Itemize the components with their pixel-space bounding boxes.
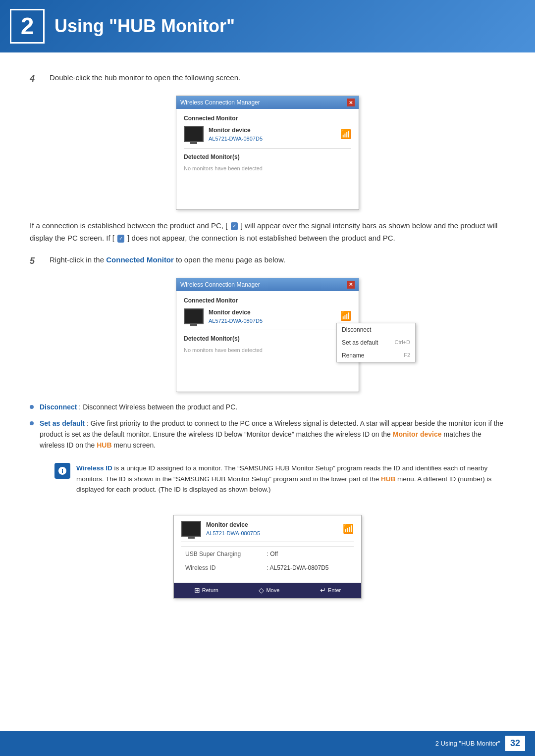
para1-text3: ] does not appear, the connection is not… bbox=[127, 234, 395, 242]
monitor-icon-2 bbox=[184, 308, 204, 324]
step-4: 4 Double-click the hub monitor to open t… bbox=[30, 72, 505, 86]
dialog2-spacer bbox=[184, 354, 351, 384]
step-4-number: 4 bbox=[30, 72, 50, 86]
dialog2-body: Connected Monitor Monitor device AL5721-… bbox=[176, 291, 359, 392]
dialog1-detected: Detected Monitor(s) No monitors have bee… bbox=[184, 152, 351, 173]
divider-1 bbox=[184, 148, 351, 149]
monitor-icon-bottom bbox=[181, 521, 201, 537]
footer-chapter-label: 2 Using "HUB Monitor" bbox=[435, 739, 500, 749]
chapter-title: Using "HUB Monitor" bbox=[54, 13, 235, 40]
info-table: USB Super Charging : Off Wireless ID : A… bbox=[181, 546, 354, 575]
rename-shortcut: F2 bbox=[404, 351, 410, 360]
set-as-default-label: Set as default bbox=[342, 338, 378, 347]
bottom-device-id: AL5721-DWA-0807D5 bbox=[206, 529, 260, 538]
note-icon bbox=[54, 463, 70, 479]
bottom-divider bbox=[181, 542, 354, 542]
nav-enter-btn[interactable]: ↵ Enter bbox=[320, 585, 341, 596]
para-connection: If a connection is established between t… bbox=[30, 220, 505, 245]
step5-text-after: to open the menu page as below. bbox=[176, 255, 285, 264]
wireless-id-label: Wireless ID bbox=[76, 464, 112, 472]
bottom-device-name: Monitor device bbox=[206, 520, 260, 529]
page-footer: 2 Using "HUB Monitor" 32 bbox=[0, 731, 535, 756]
device-name-1: Monitor device bbox=[209, 126, 263, 135]
dialog2-connected-label: Connected Monitor bbox=[184, 296, 351, 305]
dialog1-spacer bbox=[184, 172, 351, 202]
dialog1-body: Connected Monitor Monitor device AL5721-… bbox=[176, 109, 359, 209]
monitor-icon-1 bbox=[184, 126, 204, 142]
step-5-number: 5 bbox=[30, 254, 50, 268]
disconnect-label: Disconnect bbox=[342, 325, 371, 334]
nav-move-btn[interactable]: ◇ Move bbox=[259, 585, 279, 596]
step-5-text: Right-click in the Connected Monitor to … bbox=[50, 254, 285, 266]
hub-highlight: HUB bbox=[97, 441, 111, 449]
context-menu: Disconnect Set as default Ctrl+D Rename … bbox=[336, 323, 416, 362]
dialog2-detected-label: Detected Monitor(s) bbox=[184, 334, 351, 343]
dialog2-title: Wireless Connection Manager bbox=[180, 280, 260, 289]
main-content: 4 Double-click the hub monitor to open t… bbox=[0, 72, 535, 636]
device-id-2: AL5721-DWA-0807D5 bbox=[209, 317, 263, 325]
set-default-monitor-highlight: Monitor device bbox=[393, 430, 442, 438]
bullet-disconnect-text: Disconnect : Disconnect Wireless between… bbox=[40, 402, 237, 413]
nav-return-btn[interactable]: ⊞ Return bbox=[194, 585, 218, 596]
dialog2-container: Wireless Connection Manager ✕ Connected … bbox=[30, 278, 505, 392]
disconnect-bullet-label: Disconnect bbox=[40, 403, 77, 411]
rename-label: Rename bbox=[342, 351, 364, 360]
return-icon: ⊞ bbox=[194, 585, 200, 596]
dialog1-no-monitors: No monitors have been detected bbox=[184, 164, 351, 173]
info-icon bbox=[57, 466, 67, 476]
move-label: Move bbox=[266, 586, 279, 595]
return-label: Return bbox=[202, 586, 218, 595]
note-box: Wireless ID is a unique ID assigned to a… bbox=[50, 458, 505, 500]
bullet-set-default: Set as default : Give first priority to … bbox=[30, 418, 505, 451]
set-default-shortcut: Ctrl+D bbox=[395, 338, 410, 347]
enter-label: Enter bbox=[328, 586, 341, 595]
step-5: 5 Right-click in the Connected Monitor t… bbox=[30, 254, 505, 268]
wireless-id-value: : AL5721-DWA-0807D5 bbox=[264, 561, 353, 574]
disconnect-bullet-text: : Disconnect Wireless between the produc… bbox=[79, 403, 237, 411]
dialog2-monitor-row: Monitor device AL5721-DWA-0807D5 📶 Disco… bbox=[184, 308, 351, 325]
bullet-dot-disconnect bbox=[30, 405, 34, 409]
context-menu-rename[interactable]: Rename F2 bbox=[337, 349, 415, 362]
bottom-dialog-container: Monitor device AL5721-DWA-0807D5 📶 USB S… bbox=[30, 507, 505, 606]
dialog2-wrapper: Wireless Connection Manager ✕ Connected … bbox=[176, 278, 359, 392]
dialog1-close-button[interactable]: ✕ bbox=[347, 99, 355, 106]
chapter-number-box: 2 bbox=[10, 9, 45, 44]
bottom-dialog: Monitor device AL5721-DWA-0807D5 📶 USB S… bbox=[173, 515, 362, 599]
step5-highlight: Connected Monitor bbox=[106, 255, 174, 264]
dialog1-container: Wireless Connection Manager ✕ Connected … bbox=[30, 96, 505, 210]
bottom-monitor-row: Monitor device AL5721-DWA-0807D5 📶 bbox=[181, 520, 354, 538]
enter-icon: ↵ bbox=[320, 585, 326, 596]
usb-value: : Off bbox=[264, 548, 353, 560]
signal-icon-2: 📶 bbox=[340, 309, 351, 323]
divider-2 bbox=[184, 330, 351, 330]
chapter-number: 2 bbox=[21, 14, 34, 38]
monitor-info-2: Monitor device AL5721-DWA-0807D5 bbox=[209, 308, 263, 325]
dialog1-title: Wireless Connection Manager bbox=[180, 98, 260, 107]
bullet-dot-set-default bbox=[30, 421, 34, 425]
dialog2-no-monitors: No monitors have been detected bbox=[184, 346, 351, 354]
device-name-2: Monitor device bbox=[209, 308, 263, 317]
bullet-set-default-text: Set as default : Give first priority to … bbox=[40, 418, 505, 451]
set-default-text-end: menu screen. bbox=[113, 441, 156, 449]
device-id-1: AL5721-DWA-0807D5 bbox=[209, 135, 263, 143]
usb-row: USB Super Charging : Off bbox=[182, 548, 353, 560]
step5-text-before: Right-click in the bbox=[50, 255, 104, 264]
dialog1-monitor-row: Monitor device AL5721-DWA-0807D5 📶 bbox=[184, 126, 351, 143]
checkmark-icon-1: ✓ bbox=[231, 222, 238, 231]
dialog1-titlebar: Wireless Connection Manager ✕ bbox=[176, 96, 359, 109]
note-content: Wireless ID is a unique ID assigned to a… bbox=[76, 463, 500, 495]
dialog2-close-button[interactable]: ✕ bbox=[347, 281, 355, 289]
move-icon: ◇ bbox=[259, 585, 264, 596]
context-menu-set-default[interactable]: Set as default Ctrl+D bbox=[337, 336, 415, 349]
dialog2-detected: Detected Monitor(s) No monitors have bee… bbox=[184, 334, 351, 354]
usb-label: USB Super Charging bbox=[182, 548, 263, 560]
monitor-info-1: Monitor device AL5721-DWA-0807D5 bbox=[209, 126, 263, 143]
bottom-signal-icon: 📶 bbox=[343, 522, 354, 536]
bullet-disconnect: Disconnect : Disconnect Wireless between… bbox=[30, 402, 505, 413]
context-menu-disconnect[interactable]: Disconnect bbox=[337, 323, 415, 336]
step-4-text: Double-click the hub monitor to open the… bbox=[50, 72, 240, 84]
dialog1: Wireless Connection Manager ✕ Connected … bbox=[176, 96, 359, 210]
dialog2: Wireless Connection Manager ✕ Connected … bbox=[176, 278, 359, 392]
signal-icon-1: 📶 bbox=[340, 128, 351, 141]
para1-text1: If a connection is established between t… bbox=[30, 221, 227, 230]
